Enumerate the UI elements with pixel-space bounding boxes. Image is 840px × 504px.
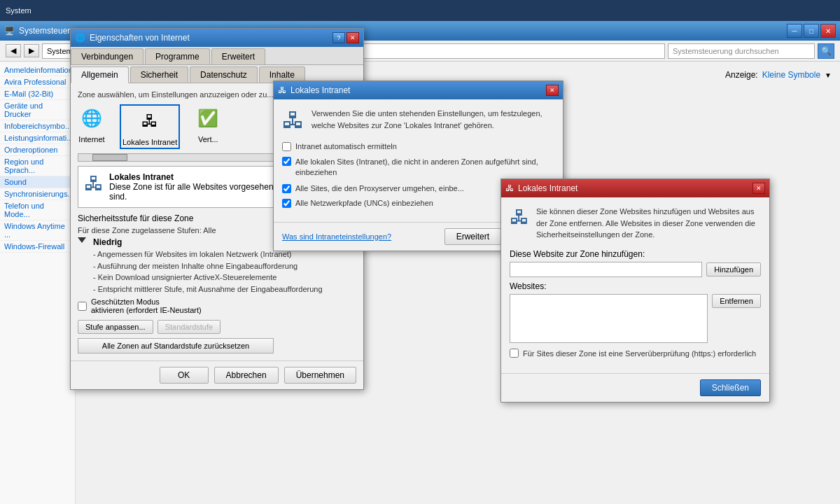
lok1-link[interactable]: Was sind Intraneteinstellungen? bbox=[282, 232, 391, 241]
inet-props-title-left: 🌐 Eigenschaften von Internet bbox=[75, 33, 190, 43]
lok1-desc: Verwenden Sie die unten stehenden Einste… bbox=[312, 108, 554, 134]
lok-intranet-dialog2: 🖧 Lokales Intranet ✕ 🖧 Sie können dieser… bbox=[500, 178, 770, 402]
zone-lokal[interactable]: 🖧 Lokales Intranet bbox=[120, 104, 180, 149]
sidebar-item-sync[interactable]: Synchronisierungs... bbox=[0, 188, 75, 200]
websites-list[interactable] bbox=[510, 294, 708, 343]
cp-minimize-btn[interactable]: ─ bbox=[787, 24, 802, 38]
zone-vert[interactable]: ✅ Vert... bbox=[194, 104, 222, 149]
lok2-https-row: Für Sites dieser Zone ist eine Serverübe… bbox=[510, 349, 761, 359]
hinzufuegen-btn[interactable]: Hinzufügen bbox=[706, 262, 761, 276]
level-indicator bbox=[78, 237, 86, 244]
zone-internet-label: Internet bbox=[78, 135, 104, 144]
tab-erweitert[interactable]: Erweitert bbox=[211, 48, 265, 64]
inet-cancel-btn[interactable]: Abbrechen bbox=[214, 367, 279, 384]
taskbar-text: System bbox=[6, 6, 31, 15]
search-box[interactable]: Systemsteuerung durchsuchen bbox=[668, 43, 815, 59]
sidebar-item-wanytime[interactable]: Windows Anytime ... bbox=[0, 220, 75, 241]
lok2-title: Lokales Intranet bbox=[518, 183, 578, 193]
zone-internet-icon: 🌐 bbox=[78, 104, 106, 132]
bullet-2: - Kein Download unsignierter ActiveX-Ste… bbox=[93, 272, 323, 284]
website-input[interactable] bbox=[510, 262, 702, 277]
inet-apply-btn[interactable]: Übernehmen bbox=[284, 367, 356, 384]
inet-ok-btn[interactable]: OK bbox=[160, 367, 209, 384]
lok2-icon: 🖧 bbox=[505, 183, 514, 193]
modus-checkbox[interactable] bbox=[78, 302, 87, 311]
stufe-btn[interactable]: Stufe anpassen... bbox=[78, 320, 153, 334]
inet-props-close-btn[interactable]: ✕ bbox=[346, 32, 359, 43]
level-arrow-icon bbox=[78, 237, 86, 243]
zone-lokal-icon: 🖧 bbox=[136, 107, 164, 135]
check-unc[interactable] bbox=[282, 199, 291, 208]
sidebar-item-sound[interactable]: Sound bbox=[0, 176, 75, 188]
search-btn[interactable]: 🔍 bbox=[818, 43, 834, 59]
lok2-header: 🖧 Sie können dieser Zone Websites hinzuf… bbox=[510, 206, 761, 241]
zone-lokal-label: Lokales Intranet bbox=[122, 138, 177, 146]
cp-window-controls: ─ □ ✕ bbox=[787, 24, 836, 38]
check-unc-label: Alle Netzwerkpfade (UNCs) einbeziehen bbox=[295, 199, 433, 207]
tab-allgemein[interactable]: Allgemein bbox=[71, 66, 129, 83]
cp-maximize-btn[interactable]: □ bbox=[804, 24, 819, 38]
bullet-list: - Angemessen für Websites im lokalen Net… bbox=[93, 248, 323, 295]
zone-detail-icon: 🖧 bbox=[84, 172, 104, 202]
https-check[interactable] bbox=[510, 349, 519, 358]
lok2-titlebar: 🖧 Lokales Intranet ✕ bbox=[501, 179, 769, 197]
reset-row: Alle Zonen auf Standardstufe zurücksetze… bbox=[78, 338, 356, 354]
check-intranet-auto[interactable] bbox=[282, 142, 291, 151]
lok2-header-icon: 🖧 bbox=[510, 206, 529, 241]
sidebar-item-telefon[interactable]: Telefon und Mode... bbox=[0, 200, 75, 220]
lok2-footer: Schließen bbox=[501, 373, 769, 402]
sidebar-item-ordner[interactable]: Ordneroptionen bbox=[0, 144, 75, 156]
zone-scroll-thumb bbox=[92, 154, 127, 161]
lok2-websites-section: Websites: Entfernen bbox=[510, 281, 761, 343]
inet-props-help-btn[interactable]: ? bbox=[332, 32, 345, 43]
lok1-header: 🖧 Verwenden Sie die unten stehenden Eins… bbox=[282, 108, 554, 134]
zone-internet[interactable]: 🌐 Internet bbox=[78, 104, 106, 149]
display-value[interactable]: Kleine Symbole bbox=[762, 70, 820, 80]
sidebar-item-geraete[interactable]: Geräte und Drucker bbox=[0, 100, 75, 120]
reset-btn[interactable]: Alle Zonen auf Standardstufe zurücksetze… bbox=[78, 338, 274, 354]
tab-datenschutz[interactable]: Datenschutz bbox=[190, 66, 258, 83]
inet-props-title: Eigenschaften von Internet bbox=[90, 33, 190, 43]
lok1-erweitert-btn[interactable]: Erweitert bbox=[444, 228, 501, 245]
entfernen-btn[interactable]: Entfernen bbox=[712, 294, 761, 308]
lok2-websites-row: Entfernen bbox=[510, 294, 761, 343]
lok2-add-section: Diese Website zur Zone hinzufügen: Hinzu… bbox=[510, 249, 761, 277]
inet-props-tabs: Verbindungen Programme Erweitert bbox=[71, 47, 363, 65]
sidebar-item-infobereich[interactable]: Infobereichsymbo... bbox=[0, 120, 75, 132]
check-row-0: Intranet automatisch ermitteln bbox=[282, 142, 554, 151]
modus-row: Geschützten Modus aktivieren (erfordert … bbox=[78, 298, 356, 314]
lok2-content: 🖧 Sie können dieser Zone Websites hinzuf… bbox=[501, 197, 769, 373]
sidebar-item-avira[interactable]: Avira Professional bbox=[0, 76, 75, 88]
lok1-close-btn[interactable]: ✕ bbox=[546, 85, 559, 96]
check-alle-lokalen[interactable] bbox=[282, 157, 291, 166]
cp-icon: 🖥️ bbox=[4, 26, 15, 36]
forward-btn[interactable]: ▶ bbox=[24, 44, 39, 57]
sidebar-item-email[interactable]: E-Mail (32-Bit) bbox=[0, 88, 75, 100]
sidebar-item-leistung[interactable]: Leistungsinformati... bbox=[0, 132, 75, 144]
inet-props-footer: OK Abbrechen Übernehmen bbox=[71, 360, 363, 389]
tab-sicherheit[interactable]: Sicherheit bbox=[130, 66, 188, 83]
sidebar-item-firewall[interactable]: Windows-Firewall bbox=[0, 241, 75, 253]
lok2-title-left: 🖧 Lokales Intranet bbox=[505, 183, 578, 193]
sidebar-item-region[interactable]: Region und Sprach... bbox=[0, 156, 75, 176]
cp-close-btn[interactable]: ✕ bbox=[820, 24, 836, 38]
inet-props-btns: ? ✕ bbox=[332, 32, 359, 43]
inet-props-titlebar: 🌐 Eigenschaften von Internet ? ✕ bbox=[71, 29, 363, 47]
schliessen-btn[interactable]: Schließen bbox=[700, 379, 761, 396]
standard-btn[interactable]: Standardstufe bbox=[158, 320, 221, 334]
check-proxy[interactable] bbox=[282, 184, 291, 193]
lok1-titlebar: 🖧 Lokales Intranet ✕ bbox=[274, 81, 563, 99]
bullet-3: - Entspricht mittlerer Stufe, mit Ausnah… bbox=[93, 284, 323, 295]
taskbar: System bbox=[0, 0, 840, 21]
display-arrow-icon: ▼ bbox=[825, 71, 832, 79]
lok2-close-btn[interactable]: ✕ bbox=[752, 183, 765, 194]
back-btn[interactable]: ◀ bbox=[6, 44, 21, 57]
zone-vert-icon: ✅ bbox=[194, 104, 222, 132]
lok1-title: Lokales Intranet bbox=[290, 85, 350, 95]
stufe-row: Stufe anpassen... Standardstufe bbox=[78, 320, 356, 334]
lok2-websites-label: Websites: bbox=[510, 281, 761, 291]
tab-programme[interactable]: Programme bbox=[145, 48, 210, 64]
sidebar-item-anmelde[interactable]: Anmeldeinformationen bbox=[0, 64, 75, 76]
check-intranet-auto-label: Intranet automatisch ermitteln bbox=[295, 142, 397, 150]
tab-verbindungen[interactable]: Verbindungen bbox=[71, 48, 144, 64]
